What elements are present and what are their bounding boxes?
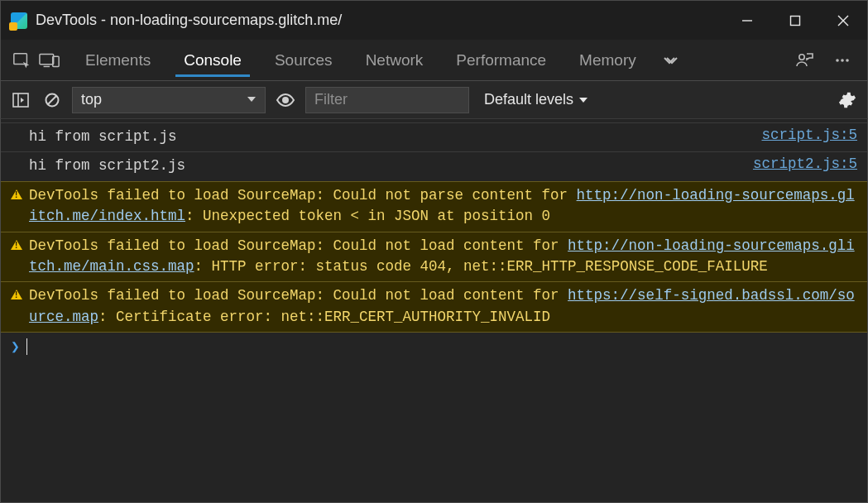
tab-console[interactable]: Console bbox=[167, 40, 258, 80]
minimize-button[interactable] bbox=[723, 1, 771, 40]
source-location-link[interactable]: script2.js:5 bbox=[753, 156, 857, 172]
console-settings-icon[interactable] bbox=[836, 89, 859, 112]
console-warning-row: DevTools failed to load SourceMap: Could… bbox=[1, 281, 867, 333]
app-icon bbox=[11, 12, 27, 29]
log-levels-select[interactable]: Default levels bbox=[484, 91, 588, 108]
window-title: DevTools - non-loading-sourcemaps.glitch… bbox=[36, 12, 342, 29]
chevron-down-icon bbox=[578, 95, 588, 105]
prompt-chevron-icon: ❯ bbox=[11, 338, 20, 356]
message-text: DevTools failed to load SourceMap: Could… bbox=[29, 185, 857, 228]
warning-icon bbox=[11, 189, 22, 199]
tab-sources[interactable]: Sources bbox=[258, 40, 349, 80]
chevron-down-icon bbox=[247, 91, 257, 108]
svg-line-15 bbox=[48, 96, 56, 104]
execution-context-select[interactable]: top bbox=[72, 87, 266, 113]
svg-marker-16 bbox=[247, 97, 256, 102]
console-warning-row: DevTools failed to load SourceMap: Could… bbox=[1, 232, 867, 283]
feedback-icon[interactable] bbox=[791, 46, 818, 74]
warning-icon bbox=[11, 240, 22, 250]
console-log-row: hi from script2.jsscript2.js:5 bbox=[1, 152, 867, 181]
svg-marker-18 bbox=[579, 98, 587, 103]
svg-rect-5 bbox=[40, 54, 54, 64]
live-expression-icon[interactable] bbox=[274, 89, 297, 112]
svg-point-17 bbox=[283, 98, 288, 103]
tab-performance[interactable]: Performance bbox=[439, 40, 563, 80]
maximize-button[interactable] bbox=[771, 1, 819, 40]
source-url-link[interactable]: http://non-loading-sourcemaps.glitch.me/… bbox=[29, 187, 855, 224]
tab-network[interactable]: Network bbox=[349, 40, 440, 80]
tab-memory[interactable]: Memory bbox=[563, 40, 653, 80]
svg-rect-4 bbox=[14, 53, 27, 64]
title-bar: DevTools - non-loading-sourcemaps.glitch… bbox=[0, 0, 868, 40]
message-text: hi from script.js bbox=[29, 127, 761, 147]
context-label: top bbox=[81, 91, 102, 108]
console-log-row: hi from script.jsscript.js:5 bbox=[1, 122, 867, 152]
window-controls bbox=[723, 1, 867, 40]
device-toolbar-icon[interactable] bbox=[36, 46, 64, 74]
message-text: hi from script2.js bbox=[29, 156, 753, 176]
console-prompt-row[interactable]: ❯ bbox=[1, 333, 867, 361]
source-url-link[interactable]: https://self-signed.badssl.com/source.ma… bbox=[29, 287, 855, 324]
clear-console-icon[interactable] bbox=[41, 89, 64, 112]
console-output: hi from script.jsscript.js:5hi from scri… bbox=[0, 119, 868, 503]
more-tabs-icon[interactable] bbox=[656, 46, 684, 74]
levels-label: Default levels bbox=[484, 91, 573, 108]
message-text: DevTools failed to load SourceMap: Could… bbox=[29, 236, 857, 278]
console-toolbar: top Default levels bbox=[0, 81, 868, 119]
devtools-tabs-row: ElementsConsoleSourcesNetworkPerformance… bbox=[0, 40, 868, 81]
tab-elements[interactable]: Elements bbox=[69, 40, 167, 80]
filter-input[interactable] bbox=[305, 87, 469, 113]
toggle-sidebar-icon[interactable] bbox=[9, 89, 32, 112]
more-options-icon[interactable] bbox=[829, 46, 856, 74]
close-button[interactable] bbox=[819, 1, 867, 40]
inspect-element-icon[interactable] bbox=[7, 46, 36, 74]
svg-point-11 bbox=[846, 59, 849, 62]
source-location-link[interactable]: script.js:5 bbox=[761, 127, 857, 143]
message-text: DevTools failed to load SourceMap: Could… bbox=[29, 285, 857, 328]
svg-point-9 bbox=[836, 59, 839, 62]
input-cursor bbox=[26, 338, 27, 355]
panel-tabs: ElementsConsoleSourcesNetworkPerformance… bbox=[69, 40, 653, 80]
warning-icon bbox=[11, 290, 22, 299]
svg-rect-1 bbox=[791, 16, 800, 25]
svg-point-10 bbox=[841, 59, 844, 62]
console-warning-row: DevTools failed to load SourceMap: Could… bbox=[1, 181, 867, 232]
source-url-link[interactable]: http://non-loading-sourcemaps.glitch.me/… bbox=[29, 237, 855, 275]
svg-point-8 bbox=[799, 54, 804, 59]
